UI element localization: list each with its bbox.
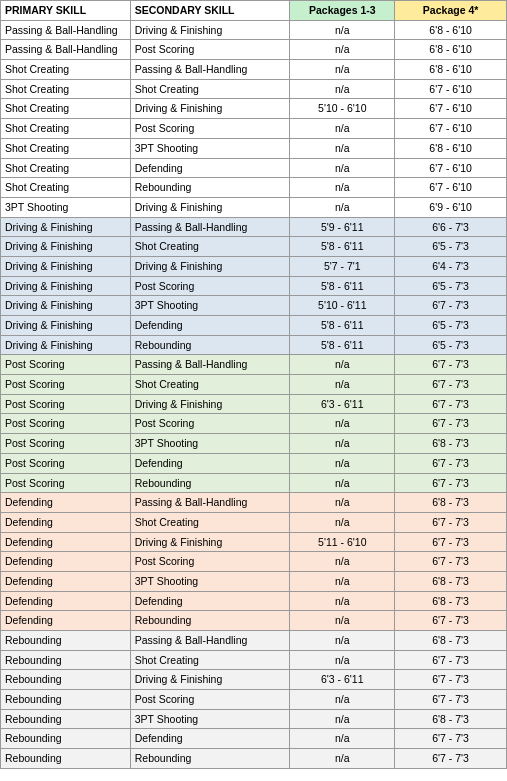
secondary-skill-cell: Rebounding	[130, 611, 290, 631]
pkg13-cell: 5'8 - 6'11	[290, 335, 395, 355]
table-row: DefendingReboundingn/a6'7 - 7'3	[1, 611, 507, 631]
header-pkg4: Package 4*	[395, 1, 507, 21]
secondary-skill-cell: 3PT Shooting	[130, 138, 290, 158]
pkg13-cell: n/a	[290, 158, 395, 178]
pkg13-cell: n/a	[290, 611, 395, 631]
pkg13-cell: n/a	[290, 375, 395, 395]
secondary-skill-cell: 3PT Shooting	[130, 434, 290, 454]
pkg4-cell: 6'5 - 7'3	[395, 335, 507, 355]
header-pkg13: Packages 1-3	[290, 1, 395, 21]
pkg4-cell: 6'7 - 7'3	[395, 394, 507, 414]
table-row: DefendingPassing & Ball-Handlingn/a6'8 -…	[1, 493, 507, 513]
pkg4-cell: 6'7 - 7'3	[395, 512, 507, 532]
pkg4-cell: 6'7 - 6'10	[395, 119, 507, 139]
pkg13-cell: n/a	[290, 650, 395, 670]
header-secondary: SECONDARY SKILL	[130, 1, 290, 21]
pkg4-cell: 6'7 - 7'3	[395, 414, 507, 434]
pkg4-cell: 6'7 - 7'3	[395, 611, 507, 631]
primary-skill-cell: Rebounding	[1, 690, 131, 710]
pkg13-cell: n/a	[290, 414, 395, 434]
primary-skill-cell: Driving & Finishing	[1, 276, 131, 296]
secondary-skill-cell: Shot Creating	[130, 375, 290, 395]
primary-skill-cell: Passing & Ball-Handling	[1, 40, 131, 60]
primary-skill-cell: Defending	[1, 493, 131, 513]
primary-skill-cell: Shot Creating	[1, 158, 131, 178]
pkg13-cell: 5'8 - 6'11	[290, 276, 395, 296]
table-row: Post ScoringDefendingn/a6'7 - 7'3	[1, 453, 507, 473]
pkg13-cell: n/a	[290, 40, 395, 60]
table-row: ReboundingPassing & Ball-Handlingn/a6'8 …	[1, 631, 507, 651]
table-row: ReboundingDefendingn/a6'7 - 7'3	[1, 729, 507, 749]
pkg4-cell: 6'7 - 7'3	[395, 532, 507, 552]
table-row: Passing & Ball-HandlingPost Scoringn/a6'…	[1, 40, 507, 60]
primary-skill-cell: Driving & Finishing	[1, 335, 131, 355]
pkg4-cell: 6'9 - 6'10	[395, 197, 507, 217]
pkg13-cell: n/a	[290, 690, 395, 710]
pkg4-cell: 6'4 - 7'3	[395, 256, 507, 276]
secondary-skill-cell: Rebounding	[130, 335, 290, 355]
secondary-skill-cell: Driving & Finishing	[130, 99, 290, 119]
table-row: Shot CreatingShot Creatingn/a6'7 - 6'10	[1, 79, 507, 99]
pkg13-cell: 5'10 - 6'11	[290, 296, 395, 316]
primary-skill-cell: Post Scoring	[1, 394, 131, 414]
pkg4-cell: 6'7 - 7'3	[395, 552, 507, 572]
secondary-skill-cell: Defending	[130, 158, 290, 178]
primary-skill-cell: Shot Creating	[1, 79, 131, 99]
pkg13-cell: n/a	[290, 197, 395, 217]
primary-skill-cell: Defending	[1, 552, 131, 572]
secondary-skill-cell: 3PT Shooting	[130, 571, 290, 591]
pkg4-cell: 6'7 - 7'3	[395, 473, 507, 493]
secondary-skill-cell: Driving & Finishing	[130, 197, 290, 217]
pkg4-cell: 6'5 - 7'3	[395, 316, 507, 336]
pkg13-cell: n/a	[290, 60, 395, 80]
pkg4-cell: 6'8 - 7'3	[395, 631, 507, 651]
primary-skill-cell: Defending	[1, 532, 131, 552]
pkg4-cell: 6'7 - 6'10	[395, 99, 507, 119]
pkg13-cell: 5'8 - 6'11	[290, 237, 395, 257]
pkg13-cell: n/a	[290, 434, 395, 454]
primary-skill-cell: Post Scoring	[1, 355, 131, 375]
pkg4-cell: 6'7 - 6'10	[395, 158, 507, 178]
primary-skill-cell: Post Scoring	[1, 375, 131, 395]
secondary-skill-cell: Passing & Ball-Handling	[130, 355, 290, 375]
table-row: Shot Creating3PT Shootingn/a6'8 - 6'10	[1, 138, 507, 158]
primary-skill-cell: Defending	[1, 611, 131, 631]
table-row: Post ScoringPost Scoringn/a6'7 - 7'3	[1, 414, 507, 434]
pkg13-cell: n/a	[290, 493, 395, 513]
pkg13-cell: n/a	[290, 591, 395, 611]
pkg13-cell: 5'7 - 7'1	[290, 256, 395, 276]
pkg13-cell: n/a	[290, 709, 395, 729]
pkg13-cell: 5'9 - 6'11	[290, 217, 395, 237]
table-row: Post ScoringPassing & Ball-Handlingn/a6'…	[1, 355, 507, 375]
pkg4-cell: 6'5 - 7'3	[395, 276, 507, 296]
table-row: Defending3PT Shootingn/a6'8 - 7'3	[1, 571, 507, 591]
secondary-skill-cell: Passing & Ball-Handling	[130, 217, 290, 237]
pkg13-cell: 5'8 - 6'11	[290, 316, 395, 336]
primary-skill-cell: Rebounding	[1, 650, 131, 670]
pkg4-cell: 6'7 - 7'3	[395, 670, 507, 690]
pkg4-cell: 6'7 - 7'3	[395, 296, 507, 316]
table-row: ReboundingShot Creatingn/a6'7 - 7'3	[1, 650, 507, 670]
pkg13-cell: 5'11 - 6'10	[290, 532, 395, 552]
table-row: Shot CreatingDriving & Finishing5'10 - 6…	[1, 99, 507, 119]
secondary-skill-cell: Rebounding	[130, 473, 290, 493]
primary-skill-cell: Shot Creating	[1, 119, 131, 139]
secondary-skill-cell: Post Scoring	[130, 119, 290, 139]
primary-skill-cell: Driving & Finishing	[1, 217, 131, 237]
pkg4-cell: 6'8 - 6'10	[395, 40, 507, 60]
pkg13-cell: n/a	[290, 552, 395, 572]
pkg4-cell: 6'8 - 7'3	[395, 591, 507, 611]
table-row: Shot CreatingPassing & Ball-Handlingn/a6…	[1, 60, 507, 80]
pkg13-cell: 6'3 - 6'11	[290, 394, 395, 414]
secondary-skill-cell: Post Scoring	[130, 552, 290, 572]
pkg4-cell: 6'8 - 6'10	[395, 20, 507, 40]
pkg4-cell: 6'7 - 7'3	[395, 690, 507, 710]
table-row: Driving & FinishingRebounding5'8 - 6'116…	[1, 335, 507, 355]
pkg13-cell: n/a	[290, 79, 395, 99]
primary-skill-cell: Driving & Finishing	[1, 256, 131, 276]
table-row: ReboundingReboundingn/a6'7 - 7'3	[1, 749, 507, 769]
pkg13-cell: n/a	[290, 631, 395, 651]
secondary-skill-cell: Driving & Finishing	[130, 670, 290, 690]
header-primary: PRIMARY SKILL	[1, 1, 131, 21]
primary-skill-cell: Shot Creating	[1, 138, 131, 158]
